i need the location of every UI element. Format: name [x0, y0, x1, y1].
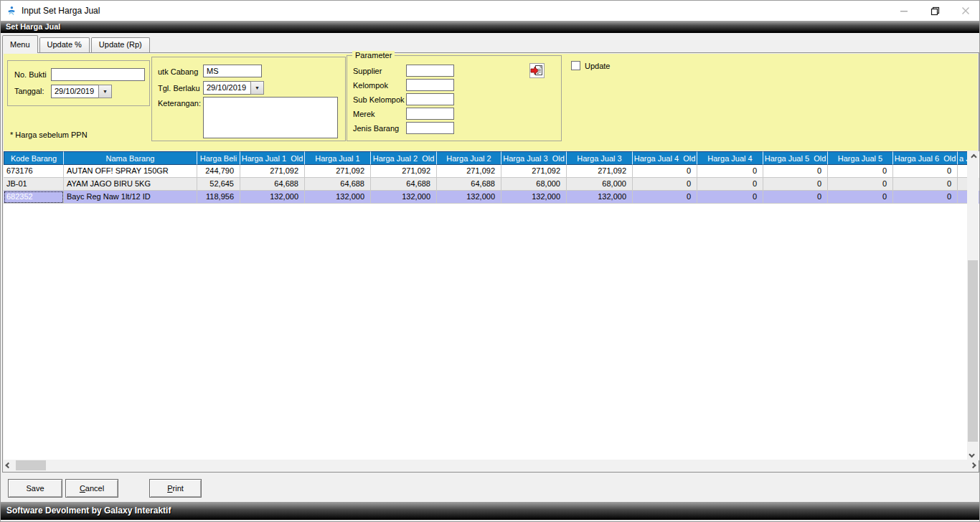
grid-cell[interactable]: 673176: [4, 165, 64, 178]
grid-col-header[interactable]: Harga Jual 4: [697, 151, 763, 165]
grid-cell[interactable]: 0: [633, 178, 697, 191]
grid-cell[interactable]: 682352: [4, 191, 64, 204]
scroll-left-icon[interactable]: [4, 460, 15, 471]
no-bukti-input[interactable]: [51, 68, 145, 81]
grid-cell[interactable]: 271,092: [567, 165, 633, 178]
grid-cell[interactable]: 64,688: [305, 178, 371, 191]
grid-col-header[interactable]: Harga Jual 5: [828, 151, 893, 165]
grid-cell[interactable]: 0: [763, 178, 828, 191]
grid-cell[interactable]: 0: [828, 178, 893, 191]
grid-cell[interactable]: 64,688: [371, 178, 437, 191]
grid-cell[interactable]: 64,688: [437, 178, 501, 191]
grid-cell[interactable]: 0: [893, 191, 958, 204]
tab-menu[interactable]: Menu: [2, 35, 38, 53]
minimize-icon[interactable]: [899, 6, 909, 16]
scroll-up-icon[interactable]: [967, 151, 979, 163]
grid-row[interactable]: JB-01AYAM JAGO BIRU 5KG52,64564,68864,68…: [4, 178, 979, 191]
grid-cell[interactable]: 244,790: [197, 165, 240, 178]
grid-row[interactable]: 682352Bayc Reg Naw 1lt/12 ID118,956132,0…: [4, 191, 979, 204]
grid-cell[interactable]: 271,092: [501, 165, 567, 178]
grid-cell[interactable]: 271,092: [437, 165, 501, 178]
print-button[interactable]: Print: [149, 479, 202, 498]
supplier-input[interactable]: [406, 65, 454, 77]
kelompok-input[interactable]: [406, 79, 454, 91]
grid-cell[interactable]: 132,000: [437, 191, 501, 204]
vertical-scroll-thumb[interactable]: [968, 260, 978, 442]
scroll-right-icon[interactable]: [966, 460, 978, 471]
tab-strip: MenuUpdate %Update (Rp): [1, 33, 979, 52]
grid-cell[interactable]: AYAM JAGO BIRU 5KG: [64, 178, 197, 191]
grid-cell[interactable]: 0: [633, 165, 697, 178]
grid-row[interactable]: 673176AUTAN OFF! SPRAY 150GR244,790271,0…: [4, 165, 979, 178]
grid-col-header[interactable]: Harga Jual 1: [305, 151, 371, 165]
grid-col-header[interactable]: Kode Barang: [4, 151, 64, 165]
grid-col-header[interactable]: Harga Jual 6 Old: [893, 151, 958, 165]
scroll-down-icon[interactable]: [967, 449, 979, 460]
grid-cell[interactable]: 68,000: [501, 178, 567, 191]
cabang-groupbox: utk Cabang Tgl. Berlaku 29/10/2019 ▼ Ket…: [151, 57, 346, 141]
vertical-scrollbar[interactable]: [967, 151, 979, 460]
grid-cell[interactable]: 0: [828, 191, 893, 204]
grid-cell[interactable]: 132,000: [371, 191, 437, 204]
merek-input[interactable]: [406, 108, 454, 120]
cancel-button[interactable]: Cancel: [65, 479, 118, 498]
sub-kelompok-input[interactable]: [406, 93, 454, 105]
grid-col-header[interactable]: Nama Barang: [64, 151, 197, 165]
grid-cell[interactable]: 68,000: [567, 178, 633, 191]
grid-cell[interactable]: 0: [633, 191, 697, 204]
grid-cell-partial[interactable]: [958, 191, 968, 204]
grid-cell[interactable]: 0: [697, 191, 763, 204]
tanggal-label: Tanggal:: [14, 87, 44, 95]
grid-cell[interactable]: 132,000: [567, 191, 633, 204]
tgl-berlaku-dropdown-icon[interactable]: ▼: [250, 81, 264, 95]
restore-icon[interactable]: [930, 6, 940, 16]
grid-col-header[interactable]: Harga Beli: [197, 151, 240, 165]
grid-cell[interactable]: 271,092: [371, 165, 437, 178]
update-checkbox-label: Update: [585, 62, 610, 70]
grid-cell[interactable]: 118,956: [197, 191, 240, 204]
grid-cell[interactable]: 132,000: [305, 191, 371, 204]
horizontal-scroll-thumb[interactable]: [16, 460, 46, 470]
grid-cell[interactable]: 0: [697, 165, 763, 178]
horizontal-scrollbar[interactable]: [4, 460, 978, 471]
grid-col-header[interactable]: Harga Jual 1 Old: [240, 151, 305, 165]
grid-cell[interactable]: 0: [763, 191, 828, 204]
save-button[interactable]: Save: [8, 479, 62, 498]
tgl-berlaku-combobox[interactable]: 29/10/2019 ▼: [203, 81, 264, 95]
tab-page-menu: No. Bukti Tanggal: 29/10/2019 ▼ * Harga …: [2, 52, 979, 473]
grid-col-header[interactable]: Harga Jual 4 Old: [633, 151, 697, 165]
grid-col-header[interactable]: Harga Jual 3 Old: [501, 151, 567, 165]
grid-cell[interactable]: 0: [828, 165, 893, 178]
grid-cell[interactable]: 0: [893, 165, 958, 178]
grid-cell[interactable]: AUTAN OFF! SPRAY 150GR: [64, 165, 197, 178]
tab-update[interactable]: Update %: [39, 37, 90, 52]
grid-col-header[interactable]: Harga Jual 2 Old: [371, 151, 437, 165]
utk-cabang-input[interactable]: [203, 65, 262, 77]
grid-cell[interactable]: Bayc Reg Naw 1lt/12 ID: [64, 191, 197, 204]
grid-cell[interactable]: 64,688: [240, 178, 305, 191]
grid-col-header-partial[interactable]: a J: [958, 151, 968, 165]
action-buttons: SaveCancelPrint: [8, 479, 202, 498]
grid-cell[interactable]: JB-01: [4, 178, 64, 191]
grid-cell[interactable]: 52,645: [197, 178, 240, 191]
grid-cell-partial[interactable]: [958, 178, 968, 191]
tanggal-dropdown-icon[interactable]: ▼: [98, 85, 112, 98]
keterangan-textarea[interactable]: [203, 97, 338, 138]
grid-cell[interactable]: 271,092: [305, 165, 371, 178]
tanggal-combobox[interactable]: 29/10/2019 ▼: [51, 85, 112, 98]
jenis-barang-input[interactable]: [406, 122, 454, 134]
import-grid-icon[interactable]: [529, 63, 545, 78]
tab-update-rp[interactable]: Update (Rp): [91, 37, 150, 52]
grid-cell[interactable]: 271,092: [240, 165, 305, 178]
grid-cell-partial[interactable]: [958, 165, 968, 178]
grid-col-header[interactable]: Harga Jual 2: [437, 151, 501, 165]
grid-cell[interactable]: 0: [763, 165, 828, 178]
grid-col-header[interactable]: Harga Jual 3: [567, 151, 633, 165]
grid-cell[interactable]: 132,000: [240, 191, 305, 204]
grid-cell[interactable]: 0: [697, 178, 763, 191]
close-icon[interactable]: [961, 6, 971, 16]
update-checkbox[interactable]: [571, 61, 580, 70]
grid-cell[interactable]: 0: [893, 178, 958, 191]
grid-cell[interactable]: 132,000: [501, 191, 567, 204]
grid-col-header[interactable]: Harga Jual 5 Old: [763, 151, 828, 165]
